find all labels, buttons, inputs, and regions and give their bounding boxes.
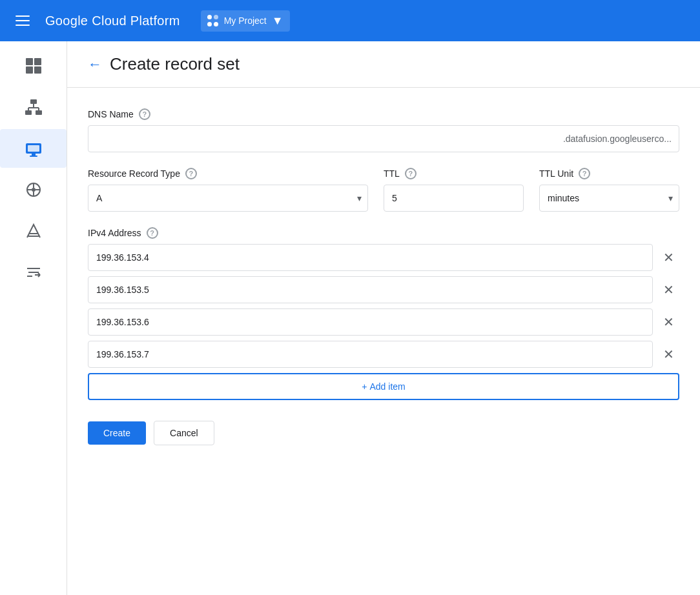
svg-rect-4 [30,99,37,104]
ttl-input[interactable] [384,185,524,212]
remove-ipv4-2-button[interactable]: ✕ [658,313,679,331]
traffic-icon [22,219,45,243]
page-header: ← Create record set [67,41,700,88]
form-body: DNS Name ? .datafusion.googleuserco... R… [67,88,700,466]
ipv4-row-0: ✕ [88,244,679,271]
remove-ipv4-0-button[interactable]: ✕ [658,248,679,267]
svg-rect-13 [32,154,36,156]
ttl-help-icon[interactable]: ? [405,168,417,179]
svg-rect-6 [36,110,42,115]
cancel-button[interactable]: Cancel [154,421,214,445]
dns-name-label: DNS Name ? [88,108,679,120]
dns-suffix: .datafusion.googleuserco... [563,134,672,144]
action-row: Create Cancel [88,421,679,445]
ttl-unit-select[interactable]: seconds minutes hours days [539,185,679,212]
add-icon: + [362,381,367,392]
sidebar-item-hierarchy[interactable] [0,88,67,126]
svg-rect-0 [26,58,33,65]
back-button[interactable]: ← [88,57,102,72]
resource-record-type-group: Resource Record Type ? A AAAA CNAME MX N… [88,168,368,212]
dns-name-help-icon[interactable]: ? [139,108,150,120]
resource-record-type-label: Resource Record Type ? [88,168,368,179]
top-bar: Google Cloud Platform My Project ▼ [0,0,700,41]
ipv4-row-1: ✕ [88,276,679,303]
dns-input-wrapper: .datafusion.googleuserco... [88,125,679,152]
ttl-label: TTL ? [384,168,524,179]
sidebar-item-dns-overview[interactable] [0,46,67,85]
project-icon [207,15,219,26]
chevron-down-icon: ▼ [272,14,283,28]
ipv4-input-2[interactable] [88,308,653,336]
ipv4-input-0[interactable] [88,244,653,271]
network-icon [22,178,45,201]
menu-button[interactable] [10,10,35,31]
svg-rect-2 [26,66,33,74]
resource-record-type-select[interactable]: A AAAA CNAME MX NS PTR SOA SPF SRV TXT [88,185,368,212]
sidebar-item-filter[interactable] [0,253,67,292]
filter-icon [22,261,45,284]
rrt-help-icon[interactable]: ? [185,168,197,179]
create-button[interactable]: Create [88,421,146,445]
svg-rect-3 [34,66,41,74]
remove-ipv4-1-button[interactable]: ✕ [658,281,679,299]
svg-point-16 [32,188,36,192]
svg-rect-1 [34,58,41,65]
ipv4-help-icon[interactable]: ? [147,227,158,239]
svg-rect-5 [25,110,32,115]
ipv4-input-3[interactable] [88,341,653,368]
project-name: My Project [224,15,267,26]
project-selector[interactable]: My Project ▼ [201,10,290,32]
page-title: Create record set [110,54,240,74]
resource-record-type-select-wrapper: A AAAA CNAME MX NS PTR SOA SPF SRV TXT ▾ [88,185,368,212]
ttl-unit-help-icon[interactable]: ? [579,168,590,179]
svg-rect-14 [30,156,37,157]
sidebar-item-traffic[interactable] [0,212,67,250]
ipv4-row-2: ✕ [88,308,679,336]
sidebar-item-compute[interactable] [0,129,67,168]
ipv4-row-3: ✕ [88,341,679,368]
main-content: ← Create record set DNS Name ? .datafusi… [67,41,700,595]
main-layout: ← Create record set DNS Name ? .datafusi… [0,41,700,595]
ipv4-input-1[interactable] [88,276,653,303]
dns-overview-icon [22,54,45,77]
record-type-row: Resource Record Type ? A AAAA CNAME MX N… [88,168,679,212]
sidebar [0,41,67,595]
ipv4-address-group: IPv4 Address ? ✕ ✕ ✕ ✕ [88,227,679,400]
ttl-unit-select-wrapper: seconds minutes hours days ▾ [539,185,679,212]
ttl-group: TTL ? [384,168,524,212]
add-item-button[interactable]: + Add item [88,373,679,400]
ttl-unit-group: TTL Unit ? seconds minutes hours days ▾ [539,168,679,212]
ipv4-address-label: IPv4 Address ? [88,227,679,239]
add-item-label: Add item [369,381,405,392]
sidebar-item-network[interactable] [0,170,67,209]
app-title: Google Cloud Platform [45,14,180,28]
compute-icon [22,137,45,160]
dns-name-group: DNS Name ? .datafusion.googleuserco... [88,108,679,152]
ttl-unit-label: TTL Unit ? [539,168,679,179]
remove-ipv4-3-button[interactable]: ✕ [658,345,679,363]
svg-rect-12 [28,145,39,152]
hierarchy-icon [22,96,45,119]
